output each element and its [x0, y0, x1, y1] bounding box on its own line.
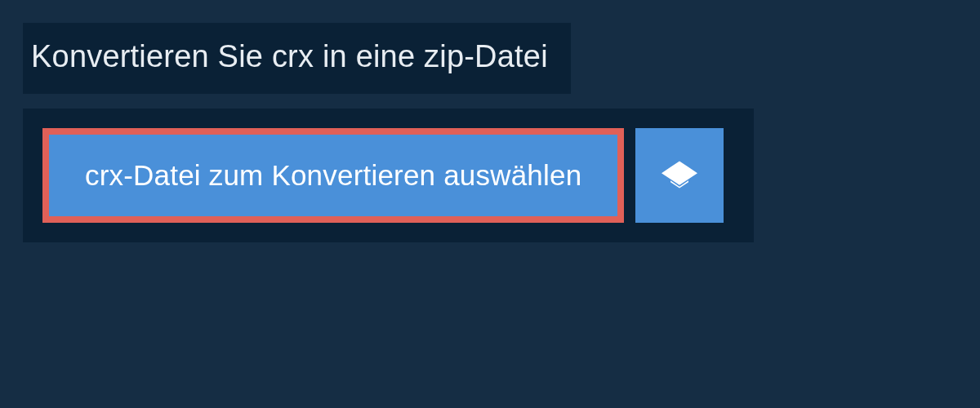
button-row: crx-Datei zum Konvertieren auswählen: [42, 128, 734, 223]
dropbox-icon: [662, 157, 697, 195]
upload-panel: crx-Datei zum Konvertieren auswählen: [23, 109, 754, 242]
heading-container: Konvertieren Sie crx in eine zip-Datei: [23, 23, 571, 94]
page-title: Konvertieren Sie crx in eine zip-Datei: [31, 39, 548, 74]
dropbox-button[interactable]: [635, 128, 724, 223]
converter-panel: Konvertieren Sie crx in eine zip-Datei c…: [0, 0, 980, 242]
select-file-label: crx-Datei zum Konvertieren auswählen: [85, 159, 581, 192]
select-file-button[interactable]: crx-Datei zum Konvertieren auswählen: [42, 128, 624, 223]
